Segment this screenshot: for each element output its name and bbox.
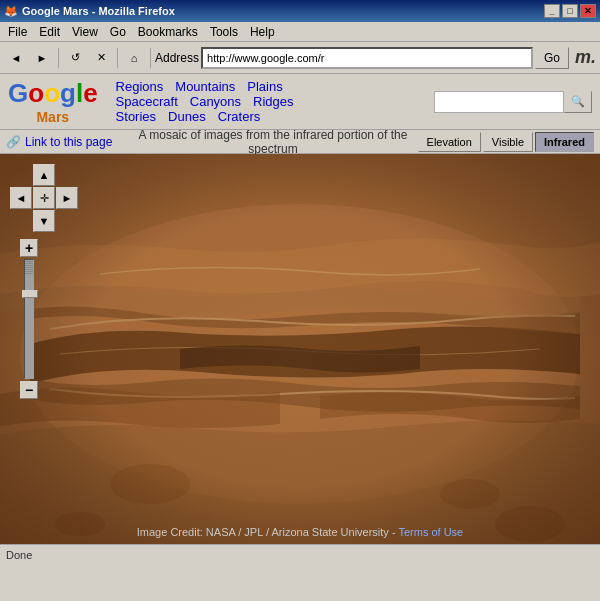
elevation-button[interactable]: Elevation: [418, 132, 481, 152]
statusbar: Done: [0, 544, 600, 564]
nav-center-row: ◄ ✛ ►: [10, 187, 78, 209]
map-credits: Image Credit: NASA / JPL / Arizona State…: [0, 526, 600, 538]
window-title: Google Mars - Mozilla Firefox: [22, 5, 175, 17]
nav-canyons[interactable]: Canyons: [190, 94, 241, 109]
toolbar-separator-3: [150, 48, 151, 68]
zoom-slider-track[interactable]: [24, 259, 34, 379]
mars-text: Mars: [8, 109, 98, 125]
logo-g2: g: [60, 78, 76, 108]
link-to-page[interactable]: Link to this page: [25, 135, 112, 149]
maximize-button[interactable]: □: [562, 4, 578, 18]
minimize-button[interactable]: _: [544, 4, 560, 18]
zoom-out-button[interactable]: −: [20, 381, 38, 399]
infrared-button[interactable]: Infrared: [535, 132, 594, 152]
menu-help[interactable]: Help: [244, 23, 281, 41]
nav-row-1: Regions Mountains Plains: [116, 79, 294, 94]
zoom-in-button[interactable]: +: [20, 239, 38, 257]
nav-plains[interactable]: Plains: [247, 79, 282, 94]
nav-search-button[interactable]: 🔍: [564, 91, 592, 113]
go-button[interactable]: Go: [535, 47, 569, 69]
nav-ridges[interactable]: Ridges: [253, 94, 293, 109]
zoom-handle[interactable]: [22, 290, 38, 298]
svg-rect-8: [0, 154, 600, 544]
nav-links-container: Regions Mountains Plains Spacecraft Cany…: [116, 78, 294, 125]
visible-button[interactable]: Visible: [483, 132, 533, 152]
zoom-tick-7: [25, 272, 33, 274]
menu-tools[interactable]: Tools: [204, 23, 244, 41]
menubar: File Edit View Go Bookmarks Tools Help: [0, 22, 600, 42]
mosaic-text: A mosaic of images from the infrared por…: [128, 128, 417, 156]
search-container: 🔍: [434, 78, 592, 125]
menu-file[interactable]: File: [2, 23, 33, 41]
nav-stories[interactable]: Stories: [116, 109, 156, 124]
menu-edit[interactable]: Edit: [33, 23, 66, 41]
address-input[interactable]: [201, 47, 533, 69]
infobar: 🔗 Link to this page A mosaic of images f…: [0, 130, 600, 154]
home-button[interactable]: ⌂: [122, 46, 146, 70]
address-bar: Address Go: [155, 47, 569, 69]
toolbar-separator-2: [117, 48, 118, 68]
google-text: Google: [8, 78, 98, 109]
titlebar: 🦊 Google Mars - Mozilla Firefox _ □ ✕: [0, 0, 600, 22]
credits-text: Image Credit: NASA / JPL / Arizona State…: [137, 526, 396, 538]
pan-right-button[interactable]: ►: [56, 187, 78, 209]
logo-o1: o: [28, 78, 44, 108]
status-text: Done: [6, 549, 32, 561]
view-buttons: Elevation Visible Infrared: [418, 132, 594, 152]
nav-spacecraft[interactable]: Spacecraft: [116, 94, 178, 109]
nav-mountains[interactable]: Mountains: [175, 79, 235, 94]
address-label: Address: [155, 51, 199, 65]
terms-of-use-link[interactable]: Terms of Use: [398, 526, 463, 538]
menu-view[interactable]: View: [66, 23, 104, 41]
nav-controls: ▲ ◄ ✛ ► ▼: [10, 164, 78, 232]
nav-row-2: Spacecraft Canyons Ridges: [116, 94, 294, 109]
menu-bookmarks[interactable]: Bookmarks: [132, 23, 204, 41]
logo-e: e: [83, 78, 97, 108]
titlebar-title: 🦊 Google Mars - Mozilla Firefox: [4, 5, 175, 18]
map-area[interactable]: ▲ ◄ ✛ ► ▼ + − Image Credit: NASA / JPL /…: [0, 154, 600, 544]
pan-down-button[interactable]: ▼: [33, 210, 55, 232]
nav-search-input[interactable]: [434, 91, 564, 113]
toolbar: ◄ ► ↺ ✕ ⌂ Address Go m.: [0, 42, 600, 74]
nav-row-3: Stories Dunes Craters: [116, 109, 294, 124]
nav-regions[interactable]: Regions: [116, 79, 164, 94]
pan-left-button[interactable]: ◄: [10, 187, 32, 209]
nav-craters[interactable]: Craters: [218, 109, 261, 124]
forward-button[interactable]: ►: [30, 46, 54, 70]
toolbar-separator-1: [58, 48, 59, 68]
titlebar-controls[interactable]: _ □ ✕: [544, 4, 596, 18]
firefox-icon: 🦊: [4, 5, 18, 18]
google-logo: Google Mars: [8, 78, 98, 125]
back-button[interactable]: ◄: [4, 46, 28, 70]
navlinks: Google Mars Regions Mountains Plains Spa…: [0, 74, 600, 130]
stop-button[interactable]: ✕: [89, 46, 113, 70]
nav-dunes[interactable]: Dunes: [168, 109, 206, 124]
logo-g: G: [8, 78, 28, 108]
zoom-container: + −: [20, 239, 38, 399]
menu-go[interactable]: Go: [104, 23, 132, 41]
mars-terrain: [0, 154, 600, 544]
logo-o2: o: [44, 78, 60, 108]
nav-center-button[interactable]: ✛: [33, 187, 55, 209]
m-logo: m.: [575, 47, 596, 68]
link-icon: 🔗: [6, 135, 21, 149]
reload-button[interactable]: ↺: [63, 46, 87, 70]
close-button[interactable]: ✕: [580, 4, 596, 18]
pan-up-button[interactable]: ▲: [33, 164, 55, 186]
